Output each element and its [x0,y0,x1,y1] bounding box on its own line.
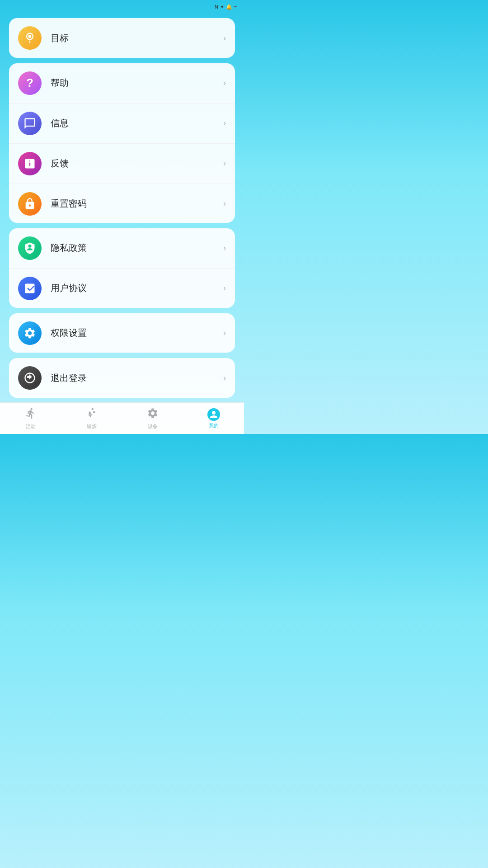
perm-chevron: › [223,328,226,338]
nav-item-activity[interactable]: 活动 [0,407,61,430]
battery-icon [234,6,237,7]
terms-label: 用户协议 [51,282,223,294]
alarm-icon: 🔔 [226,4,232,10]
feedback-chevron: › [223,159,226,168]
menu-group-group5: 退出登录› [9,358,235,398]
nav-item-mine[interactable]: 我的 [183,408,244,429]
menu-scroll-area: 目标›?帮助›信息›反馈›重置密码›隐私政策›用户协议›权限设置›退出登录› [0,14,244,402]
goal-label: 目标 [51,32,223,44]
nav-label-device: 设备 [148,423,158,430]
nav-label-exercise: 锻炼 [87,423,97,430]
menu-item-reset[interactable]: 重置密码› [9,184,235,223]
message-chevron: › [223,118,226,128]
help-icon: ? [18,71,42,95]
menu-item-privacy[interactable]: 隐私政策› [9,228,235,268]
help-chevron: › [223,78,226,88]
menu-group-group2: ?帮助›信息›反馈›重置密码› [9,63,235,223]
perm-label: 权限设置 [51,327,223,339]
feedback-label: 反馈 [51,157,223,170]
logout-chevron: › [223,373,226,383]
terms-chevron: › [223,283,226,293]
nav-icon-device [147,407,159,422]
logout-icon [18,366,42,390]
status-icons: N ✦ 🔔 [215,4,239,10]
status-bar: N ✦ 🔔 [0,0,244,14]
nav-item-exercise[interactable]: 锻炼 [61,407,122,430]
terms-icon [18,277,42,300]
reset-label: 重置密码 [51,198,223,210]
help-label: 帮助 [51,77,223,89]
perm-icon [18,321,42,345]
nav-label-activity: 活动 [26,423,36,430]
nav-icon-activity [25,407,37,422]
reset-icon [18,192,42,216]
nav-label-mine: 我的 [209,422,219,429]
message-label: 信息 [51,117,223,129]
privacy-label: 隐私政策 [51,242,223,254]
nav-avatar [207,408,220,421]
nfc-icon: N [215,4,218,9]
menu-item-terms[interactable]: 用户协议› [9,268,235,308]
bottom-nav: 活动锻炼设备我的 [0,402,244,434]
menu-item-goal[interactable]: 目标› [9,18,235,58]
menu-item-logout[interactable]: 退出登录› [9,358,235,398]
reset-chevron: › [223,199,226,208]
nav-item-device[interactable]: 设备 [122,407,183,430]
menu-group-group1: 目标› [9,18,235,58]
message-icon [18,112,42,135]
menu-item-feedback[interactable]: 反馈› [9,143,235,184]
bluetooth-icon: ✦ [220,4,224,10]
logout-label: 退出登录 [51,372,223,384]
menu-item-help[interactable]: ?帮助› [9,63,235,103]
nav-icon-exercise [86,407,98,422]
feedback-icon [18,152,42,175]
privacy-icon [18,236,42,260]
goal-chevron: › [223,33,226,43]
goal-icon [18,26,42,50]
menu-group-group3: 隐私政策›用户协议› [9,228,235,308]
privacy-chevron: › [223,243,226,253]
menu-item-perm[interactable]: 权限设置› [9,313,235,353]
menu-item-message[interactable]: 信息› [9,103,235,143]
menu-group-group4: 权限设置› [9,313,235,353]
